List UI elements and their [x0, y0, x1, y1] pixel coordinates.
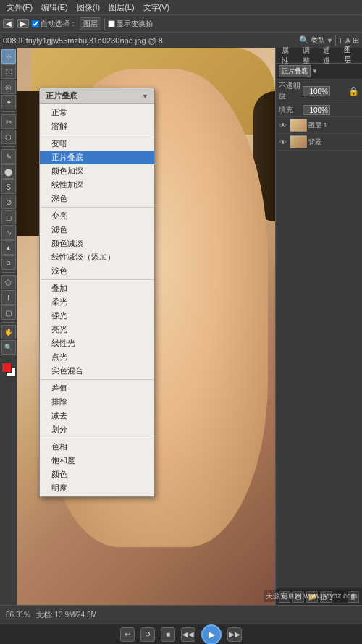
tool-divider-3 [2, 272, 15, 273]
blend-color-burn[interactable]: 颜色加深 [40, 164, 154, 178]
blend-subtract[interactable]: 减去 [40, 409, 154, 423]
blend-group-lighten: 变亮 滤色 颜色减淡 线性减淡（添加） 浅色 [40, 208, 154, 280]
player-next-btn[interactable]: ▶▶ [227, 627, 242, 642]
move-tool-btn[interactable]: ⊹ [1, 49, 16, 64]
opacity-input[interactable] [303, 86, 330, 96]
arrow-left-btn[interactable]: ◀ [3, 19, 14, 28]
blend-vivid-light[interactable]: 亮光 [40, 323, 154, 336]
blend-linear-light[interactable]: 线性光 [40, 336, 154, 350]
brush-tool-btn[interactable]: ⬤ [1, 164, 16, 179]
chevron-down-icon: ▼ [327, 37, 333, 44]
menu-image[interactable]: 图像(I) [73, 1, 104, 14]
blend-overlay[interactable]: 叠加 [40, 281, 154, 295]
player-rewind-btn[interactable]: ↩ [120, 627, 135, 642]
menu-bar: 文件(F) 编辑(E) 图像(I) 图层(L) 文字(V) [0, 0, 362, 14]
auto-select-label[interactable]: 自动选择： [32, 19, 77, 29]
toolbar-1: ◀ ▶ 自动选择： 图层 显示变换拍 [0, 14, 362, 32]
blend-exclusion[interactable]: 排除 [40, 395, 154, 409]
blend-soft-light[interactable]: 柔光 [40, 295, 154, 309]
heal-tool-btn[interactable]: ✎ [1, 149, 16, 164]
history-brush-btn[interactable]: ⊘ [1, 195, 16, 209]
arrow-right-btn[interactable]: ▶ [17, 19, 29, 28]
dodge-tool-btn[interactable]: Ω [1, 255, 16, 270]
menu-layer[interactable]: 图层(L) [105, 1, 138, 14]
blend-divide[interactable]: 划分 [40, 423, 154, 436]
player-prev-btn[interactable]: ◀◀ [181, 627, 195, 642]
blend-multiply[interactable]: 正片叠底 [40, 151, 154, 164]
player-stop-btn[interactable]: ■ [161, 627, 175, 642]
filename-label: 0089Ptnyly1gjw55mzhuj31e0230npe.jpg @ 8 [3, 36, 163, 45]
doc-info: 文档: 13.9M/24.3M [36, 610, 97, 620]
layer-thumbnail-2 [290, 135, 307, 148]
blend-luminosity[interactable]: 明度 [40, 481, 154, 495]
gradient-tool-btn[interactable]: ∿ [1, 225, 16, 240]
blend-difference[interactable]: 差值 [40, 381, 154, 395]
fill-input[interactable] [303, 105, 330, 115]
blend-group-hsl: 色相 饱和度 颜色 明度 [40, 438, 154, 496]
dropdown-title: 正片叠底 [46, 90, 77, 101]
blend-darker-color[interactable]: 深色 [40, 192, 154, 206]
blend-linear-burn[interactable]: 线性加深 [40, 178, 154, 192]
layer-name-1: 图层 1 [308, 121, 360, 130]
blend-mode-dropdown: 正片叠底 ▼ 正常 溶解 变暗 正片叠底 颜色加深 线性加深 深色 变亮 滤色 … [39, 88, 155, 497]
blend-linear-dodge[interactable]: 线性减淡（添加） [40, 250, 154, 264]
main-area: ⊹ ⬚ ◎ ✦ ✂ ⬡ ✎ ⬤ S ⊘ ◻ ∿ ▲ Ω ⬠ T ▢ 🖐 🔍 [0, 48, 362, 605]
layer-name-2: 背景 [308, 137, 360, 147]
hand-tool-btn[interactable]: 🖐 [1, 325, 16, 339]
blend-screen[interactable]: 滤色 [40, 223, 154, 237]
select-tool-btn[interactable]: ⬚ [1, 64, 16, 79]
blend-pin-light[interactable]: 点光 [40, 350, 154, 364]
blend-saturation[interactable]: 饱和度 [40, 454, 154, 467]
menu-edit[interactable]: 编辑(E) [38, 1, 72, 14]
magic-wand-btn[interactable]: ✦ [1, 95, 16, 109]
toolbox: ⊹ ⬚ ◎ ✦ ✂ ⬡ ✎ ⬤ S ⊘ ◻ ∿ ▲ Ω ⬠ T ▢ 🖐 🔍 [0, 48, 17, 605]
blend-dropdown-arrow[interactable]: ▼ [312, 68, 318, 75]
blend-normal[interactable]: 正常 [40, 106, 154, 119]
blend-color[interactable]: 颜色 [40, 467, 154, 481]
blend-group-normal: 正常 溶解 [40, 104, 154, 135]
layer-visibility-icon-2[interactable]: 👁 [278, 138, 288, 146]
dropdown-header[interactable]: 正片叠底 ▼ [40, 88, 154, 104]
zoom-tool-btn[interactable]: 🔍 [1, 340, 16, 355]
blend-mode-selector[interactable]: 正片叠底 [279, 65, 311, 77]
eraser-tool-btn[interactable]: ◻ [1, 210, 16, 224]
stamp-tool-btn[interactable]: S [1, 179, 16, 194]
player-play-btn[interactable]: ▶ [201, 624, 222, 645]
foreground-color-swatch[interactable] [1, 363, 12, 373]
eyedropper-btn[interactable]: ⬡ [1, 130, 16, 144]
tool-divider-1 [2, 111, 15, 112]
blend-group-overlay: 叠加 柔光 强光 亮光 线性光 点光 实色混合 [40, 280, 154, 380]
tool-divider-4 [2, 322, 15, 323]
color-swatches[interactable] [1, 363, 16, 377]
player-back-btn[interactable]: ↺ [140, 627, 155, 642]
opacity-label: 不透明度 [279, 81, 300, 101]
layer-row-1[interactable]: 👁 图层 1 [276, 117, 362, 134]
show-transform-label[interactable]: 显示变换拍 [108, 19, 153, 29]
blend-hue[interactable]: 色相 [40, 440, 154, 454]
blend-lighten[interactable]: 变亮 [40, 209, 154, 223]
blend-dissolve[interactable]: 溶解 [40, 119, 154, 133]
lasso-tool-btn[interactable]: ◎ [1, 80, 16, 94]
shape-tool-btn[interactable]: ▢ [1, 305, 16, 320]
blend-hard-light[interactable]: 强光 [40, 309, 154, 323]
pen-tool-btn[interactable]: ⬠ [1, 275, 16, 289]
crop-tool-btn[interactable]: ✂ [1, 114, 16, 129]
menu-text[interactable]: 文字(V) [140, 1, 174, 14]
tool-divider-5 [2, 357, 15, 357]
blur-tool-btn[interactable]: ▲ [1, 240, 16, 255]
blend-darken[interactable]: 变暗 [40, 137, 154, 151]
blend-group-difference: 差值 排除 减去 划分 [40, 380, 154, 438]
lock-icon[interactable]: 🔒 [348, 86, 359, 96]
layer-row-2[interactable]: 👁 背景 [276, 134, 362, 151]
blend-hard-mix[interactable]: 实色混合 [40, 364, 154, 378]
blend-lighter-color[interactable]: 浅色 [40, 264, 154, 278]
blend-color-dodge[interactable]: 颜色减淡 [40, 237, 154, 250]
menu-file[interactable]: 文件(F) [3, 1, 36, 14]
canvas-area: 正片叠底 ▼ 正常 溶解 变暗 正片叠底 颜色加深 线性加深 深色 变亮 滤色 … [17, 48, 275, 605]
fill-row: 填充 [276, 103, 362, 117]
blend-group-darken: 变暗 正片叠底 颜色加深 线性加深 深色 [40, 135, 154, 208]
layer-visibility-icon-1[interactable]: 👁 [278, 122, 288, 130]
selection-type-btn[interactable]: 图层 [80, 17, 101, 30]
text-tool-btn[interactable]: T [1, 290, 16, 305]
player-bar: ↩ ↺ ■ ◀◀ ▶ ▶▶ [0, 624, 362, 644]
